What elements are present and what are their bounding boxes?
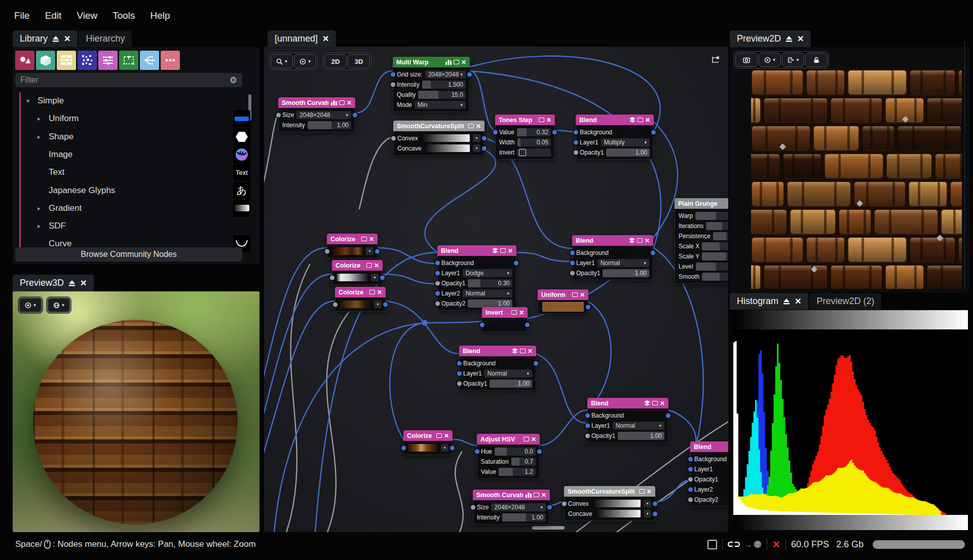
input-port[interactable] [570, 271, 575, 275]
noise-category-icon[interactable] [78, 51, 97, 70]
output-port[interactable] [651, 250, 655, 255]
param-dropdown[interactable]: Normal▾ [597, 259, 649, 267]
input-port[interactable] [574, 150, 578, 155]
node-header[interactable]: Blend✕ [459, 346, 536, 356]
graph-icon[interactable] [445, 60, 452, 65]
close-icon[interactable]: ✕ [476, 123, 481, 130]
param-checkbox-area[interactable] [517, 148, 551, 157]
close-icon[interactable]: ✕ [795, 296, 801, 306]
preview3d-model-button[interactable]: ▾ [19, 298, 42, 312]
input-port[interactable] [585, 413, 590, 418]
preview2d-viewport[interactable] [751, 68, 962, 289]
node-header[interactable]: Colorize✕ [332, 260, 383, 271]
param-slider[interactable]: 1.00 [502, 513, 546, 521]
close-icon[interactable]: ✕ [647, 488, 652, 495]
eject-icon[interactable] [68, 280, 76, 286]
node-tones-step[interactable]: Tones Step✕Value0.32Width0.05Invert [495, 115, 555, 160]
window-icon[interactable] [572, 291, 578, 298]
tree-item-sdf[interactable]: ▸SDF [38, 218, 66, 234]
misc-category-icon[interactable] [161, 51, 180, 70]
gradient-dropdown[interactable]: ▾ [473, 134, 480, 142]
chevron-right-icon[interactable]: ▸ [38, 115, 45, 122]
param-slider[interactable]: 0.05 [517, 138, 551, 146]
window-icon[interactable] [638, 117, 643, 124]
output-port[interactable] [525, 322, 530, 327]
input-port[interactable] [585, 433, 590, 438]
input-port[interactable] [391, 136, 396, 140]
input-port[interactable] [562, 501, 567, 506]
node-plain-grunge[interactable]: Plain GrungeWarpIterationsPersistenceSca… [675, 198, 728, 284]
close-icon[interactable]: ✕ [546, 117, 551, 124]
tab-hierarchy[interactable]: Hierarchy [79, 30, 132, 47]
gradient-editor[interactable] [424, 144, 470, 153]
browse-community-nodes-button[interactable]: Browse Community Nodes [15, 247, 242, 262]
output-port[interactable] [537, 449, 542, 454]
output-port[interactable] [450, 445, 455, 450]
node-blend[interactable]: Blend✕BackgroundLayer1Multiply▾Opacity11… [576, 115, 654, 160]
param-slider[interactable]: 1.00 [308, 121, 351, 129]
close-icon[interactable]: ✕ [519, 309, 524, 316]
color-swatch[interactable] [542, 302, 584, 312]
close-icon[interactable]: ✕ [444, 432, 449, 439]
snapshot-camera-button[interactable] [735, 53, 758, 67]
gradient-dropdown[interactable]: ▾ [366, 247, 373, 255]
output-port[interactable] [383, 302, 388, 307]
close-icon[interactable]: ✕ [80, 278, 87, 288]
arrange-graph-icon[interactable] [711, 56, 720, 64]
input-port[interactable] [457, 361, 462, 365]
window-icon[interactable] [639, 488, 645, 495]
gradient-dropdown[interactable]: ▾ [644, 500, 651, 507]
close-icon[interactable]: ✕ [347, 99, 352, 106]
param-dropdown[interactable]: Normal▾ [613, 422, 664, 430]
param-dropdown[interactable]: Min▾ [415, 101, 466, 109]
close-icon[interactable]: ✕ [645, 237, 650, 244]
input-port[interactable] [401, 445, 406, 450]
input-port[interactable] [330, 275, 334, 280]
close-icon[interactable]: ✕ [541, 492, 546, 499]
input-port[interactable] [391, 72, 395, 77]
param-dropdown[interactable]: 2048×2048▾ [425, 70, 466, 79]
param-slider[interactable]: 0.30 [468, 279, 512, 287]
tree-item-image[interactable]: Image [38, 147, 72, 162]
input-port[interactable] [435, 260, 440, 265]
menu-tools[interactable]: Tools [113, 10, 135, 21]
param-slider[interactable]: 1.00 [618, 432, 664, 440]
view-options-button[interactable]: ▾ [759, 53, 781, 67]
input-port[interactable] [435, 281, 440, 285]
chevron-down-icon[interactable]: ▾ [26, 97, 33, 104]
window-icon[interactable] [454, 59, 459, 66]
gradient-editor[interactable] [339, 300, 371, 309]
layers-icon[interactable] [492, 248, 498, 253]
node-header[interactable]: Multi Warp✕ [393, 57, 470, 67]
output-port[interactable] [380, 275, 385, 280]
node-header[interactable]: Blend✕ [437, 245, 516, 256]
window-icon[interactable] [511, 309, 517, 316]
node-header[interactable]: Blend✕ [690, 441, 728, 452]
tab-preview3d[interactable]: Preview3D ✕ [13, 275, 94, 291]
node-graph-canvas[interactable]: ▾ ▾ 2D 3D Multi Warp✕Grid size:2048×2048… [264, 47, 728, 532]
gradient-editor[interactable] [594, 509, 641, 518]
preview-2d-toggle[interactable]: 2D [324, 54, 347, 68]
node-header[interactable]: Plain Grunge [675, 198, 728, 209]
node-header[interactable]: Colorize✕ [335, 287, 386, 297]
tree-item-simple[interactable]: ▾Simple [26, 93, 64, 108]
shapes-category-icon[interactable] [15, 51, 34, 70]
output-port[interactable] [375, 249, 380, 253]
layers-icon[interactable] [644, 400, 650, 406]
chevron-right-icon[interactable]: ▸ [38, 133, 45, 140]
window-icon[interactable] [520, 348, 526, 355]
close-icon[interactable]: ✕ [64, 34, 70, 44]
param-slider[interactable]: 1.00 [606, 148, 650, 157]
window-icon[interactable] [523, 436, 529, 443]
tab-preview2d[interactable]: Preview2D ✕ [730, 30, 811, 47]
view-options-button[interactable]: ▾ [294, 54, 316, 68]
param-slider[interactable]: 1.00 [468, 300, 512, 308]
input-port[interactable] [688, 487, 693, 492]
graph-icon[interactable] [331, 100, 337, 105]
node-blend[interactable]: Blend✕BackgroundLayer1Normal▾Opacity11.0… [572, 235, 653, 280]
node-header[interactable]: Colorize✕ [327, 234, 378, 244]
node-colorize[interactable]: Colorize✕▾ [327, 234, 378, 258]
node-blend[interactable]: Blend✕BackgroundLayer1Dodge▾Opacity10.30… [437, 245, 516, 311]
input-port[interactable] [457, 371, 462, 376]
input-port[interactable] [688, 457, 693, 461]
